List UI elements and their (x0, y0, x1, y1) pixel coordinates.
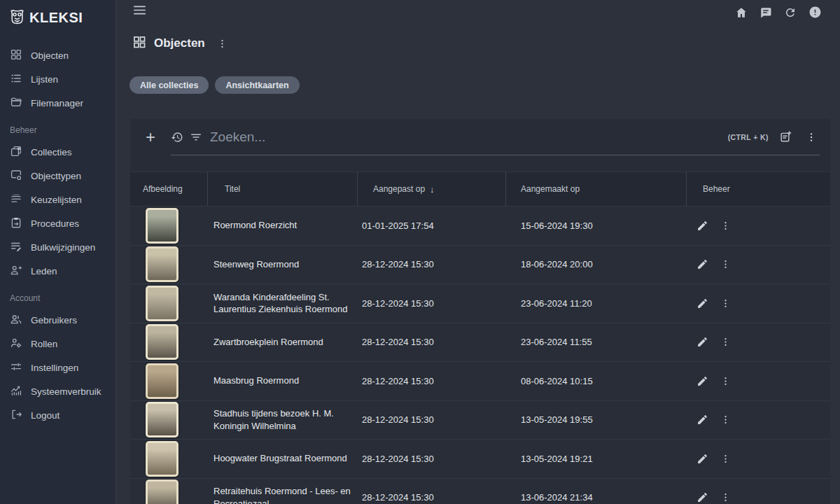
section-label-account: Account (0, 283, 115, 308)
object-thumbnail[interactable] (146, 286, 178, 321)
page-menu-button[interactable] (217, 38, 227, 49)
roles-icon (10, 337, 22, 351)
object-thumbnail[interactable] (146, 208, 178, 244)
sidebar-nav: Objecten Lijsten Filemanager Beheer (0, 34, 115, 427)
filter-icon[interactable] (190, 131, 202, 144)
owl-icon (8, 8, 26, 28)
sidebar-item-gebruikers[interactable]: Gebruikers (0, 308, 115, 332)
edit-button[interactable] (696, 258, 708, 270)
sidebar-item-collecties[interactable]: Collecties (0, 140, 115, 164)
object-title[interactable]: Hoogwater Brugstraat Roermond (208, 452, 358, 465)
table-row[interactable]: Roermond Roerzicht 01-01-2025 17:54 15-0… (130, 206, 830, 246)
table-row[interactable]: Stadhuis tijdens bezoek H. M. Koningin W… (130, 401, 830, 440)
object-thumbnail[interactable] (146, 441, 178, 477)
edit-button[interactable] (696, 375, 708, 387)
created-date: 15-06-2024 19:30 (506, 220, 687, 231)
table-row[interactable]: Retraitehuis Roermond - Lees- en Recreat… (130, 479, 830, 504)
object-title[interactable]: Retraitehuis Roermond - Lees- en Recreat… (208, 485, 358, 504)
usage-icon (10, 384, 22, 399)
table-row[interactable]: Zwartbroekplein Roermond 28-12-2024 15:3… (130, 323, 830, 363)
column-header-afbeelding[interactable]: Afbeelding (130, 172, 208, 206)
sidebar-item-leden[interactable]: Leden (0, 259, 115, 283)
object-title[interactable]: Maasbrug Roermond (208, 374, 358, 387)
refresh-icon[interactable] (784, 6, 797, 19)
home-icon[interactable] (735, 6, 748, 19)
object-title[interactable]: Roermond Roerzicht (208, 219, 358, 232)
row-menu-button[interactable] (720, 298, 731, 309)
search-menu-button[interactable] (806, 132, 817, 143)
sidebar-item-label: Procedures (31, 218, 79, 229)
sidebar-item-procedures[interactable]: Procedures (0, 211, 115, 235)
row-menu-button[interactable] (720, 220, 731, 231)
created-date: 23-06-2024 11:55 (506, 337, 687, 347)
modified-date: 28-12-2024 15:30 (358, 376, 506, 386)
alert-icon[interactable] (808, 6, 822, 19)
picklist-icon (10, 192, 22, 207)
column-header-titel[interactable]: Titel (208, 172, 358, 206)
table-row[interactable]: Maasbrug Roermond 28-12-2024 15:30 08-06… (130, 362, 830, 401)
settings-icon (10, 360, 22, 375)
object-thumbnail[interactable] (146, 479, 178, 504)
thumbnail-cell (130, 246, 208, 282)
row-menu-button[interactable] (720, 414, 731, 425)
logout-icon (10, 408, 22, 423)
sidebar-item-lijsten[interactable]: Lijsten (0, 67, 115, 91)
edit-button[interactable] (696, 220, 708, 232)
row-menu-button[interactable] (720, 376, 731, 386)
chip-alle-collecties[interactable]: Alle collecties (130, 76, 209, 94)
sidebar-item-label: Lijsten (31, 74, 58, 85)
row-menu-button[interactable] (720, 454, 731, 464)
menu-toggle-button[interactable] (133, 4, 146, 19)
thumbnail-cell (130, 324, 208, 360)
thumbnail-cell (130, 479, 208, 504)
add-object-button[interactable]: + (130, 119, 171, 155)
chat-icon[interactable] (760, 6, 772, 19)
sidebar-item-rollen[interactable]: Rollen (0, 332, 115, 356)
brand-logo[interactable]: KLEKSI (0, 0, 115, 34)
created-date: 08-06-2024 10:15 (506, 376, 687, 386)
edit-button[interactable] (696, 491, 708, 503)
table-row[interactable]: Hoogwater Brugstraat Roermond 28-12-2024… (130, 440, 830, 479)
row-menu-button[interactable] (720, 492, 731, 503)
object-title[interactable]: Zwartbroekplein Roermond (208, 336, 358, 349)
bulk-edit-icon (10, 240, 22, 255)
object-thumbnail[interactable] (146, 324, 178, 360)
sidebar-item-logout[interactable]: Logout (0, 403, 115, 427)
object-title[interactable]: Steenweg Roermond (208, 258, 358, 271)
object-thumbnail[interactable] (146, 246, 178, 282)
search-shortcut: (CTRL + K) (728, 133, 769, 141)
object-thumbnail[interactable] (146, 402, 178, 438)
thumbnail-cell (130, 286, 208, 321)
column-header-aangepast-op[interactable]: Aangepast op ↓ (358, 172, 506, 206)
row-actions (687, 375, 830, 387)
sidebar-item-keuzelijsten[interactable]: Keuzelijsten (0, 188, 115, 211)
edit-button[interactable] (696, 336, 708, 348)
users-icon (10, 313, 22, 328)
history-icon[interactable] (171, 131, 183, 144)
created-date: 13-05-2024 19:21 (506, 454, 687, 464)
object-title[interactable]: Stadhuis tijdens bezoek H. M. Koningin W… (208, 407, 358, 432)
thumbnail-cell (130, 363, 208, 399)
table-row[interactable]: Waranda Kinderafdeeling St. Laurentius Z… (130, 284, 830, 323)
edit-button[interactable] (696, 298, 708, 309)
edit-button[interactable] (696, 453, 708, 465)
collection-filters: Alle collecties Ansichtkaarten (130, 76, 300, 94)
row-menu-button[interactable] (720, 337, 731, 347)
column-header-aangemaakt-op[interactable]: Aangemaakt op (506, 172, 687, 206)
sidebar-item-label: Logout (31, 410, 59, 421)
table-row[interactable]: Steenweg Roermond 28-12-2024 15:30 18-06… (130, 246, 830, 285)
object-title[interactable]: Waranda Kinderafdeeling St. Laurentius Z… (208, 291, 358, 316)
edit-button[interactable] (696, 414, 708, 426)
modified-date: 28-12-2024 15:30 (358, 337, 506, 347)
search-input[interactable] (209, 127, 722, 148)
sidebar-item-bulkwijzigingen[interactable]: Bulkwijzigingen (0, 235, 115, 259)
sidebar-item-filemanager[interactable]: Filemanager (0, 91, 115, 115)
sidebar-item-systeemverbruik[interactable]: Systeemverbruik (0, 379, 115, 403)
sidebar-item-objecten[interactable]: Objecten (0, 43, 115, 67)
chip-ansichtkaarten[interactable]: Ansichtkaarten (215, 76, 299, 94)
sidebar-item-objecttypen[interactable]: Objecttypen (0, 164, 115, 188)
row-menu-button[interactable] (720, 259, 731, 270)
object-thumbnail[interactable] (146, 363, 178, 399)
saved-search-add-icon[interactable] (779, 130, 792, 144)
sidebar-item-instellingen[interactable]: Instellingen (0, 356, 115, 379)
